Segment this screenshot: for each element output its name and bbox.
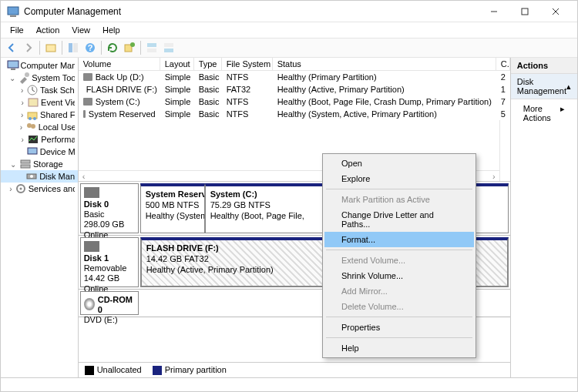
tree-services[interactable]: ›Services and Applications	[1, 183, 78, 195]
volume-icon	[83, 98, 92, 106]
tree-disk-management[interactable]: Disk Management	[1, 170, 78, 183]
tree-shared-folders[interactable]: ›Shared Folders	[1, 109, 78, 121]
close-button[interactable]	[540, 1, 571, 22]
ctx-mirror: Add Mirror...	[324, 283, 474, 299]
svg-point-24	[33, 117, 36, 120]
ctx-delete: Delete Volume...	[324, 299, 474, 314]
tree-storage[interactable]: ⌄Storage	[1, 158, 78, 170]
computer-icon	[7, 59, 19, 72]
menu-bar: File Action View Help	[1, 22, 577, 38]
help-button[interactable]: ?	[82, 40, 98, 55]
ctx-format[interactable]: Format...	[324, 232, 474, 247]
menu-file[interactable]: File	[4, 24, 30, 36]
cd-icon	[84, 298, 95, 310]
svg-text:?: ?	[88, 43, 93, 52]
col-capacity[interactable]: C...	[496, 58, 510, 70]
volume-list-header[interactable]: Volume Layout Type File System Status C.…	[79, 58, 510, 71]
ctx-properties[interactable]: Properties	[324, 320, 474, 335]
col-fs[interactable]: File System	[222, 58, 273, 70]
tree-local-users[interactable]: ›Local Users and Groups	[1, 121, 78, 133]
services-icon	[15, 183, 27, 195]
volume-row[interactable]: Back Up (D:)SimpleBasicNTFSHealthy (Prim…	[79, 71, 510, 83]
svg-point-26	[31, 124, 35, 129]
svg-rect-0	[8, 7, 18, 15]
ctx-explore[interactable]: Explore	[324, 171, 474, 186]
svg-rect-7	[69, 43, 72, 52]
svg-rect-3	[522, 8, 528, 15]
title-bar: Computer Management	[1, 1, 577, 22]
ctx-shrink[interactable]: Shrink Volume...	[324, 268, 474, 283]
view-top-button[interactable]	[144, 40, 160, 55]
col-volume[interactable]: Volume	[79, 58, 160, 70]
col-status[interactable]: Status	[273, 58, 496, 70]
actions-section[interactable]: Disk Management▴	[511, 74, 577, 99]
volume-row[interactable]: FLASH DRIVE (F:)SimpleBasicFAT32Healthy …	[79, 83, 510, 95]
app-icon	[7, 5, 19, 18]
actions-pane: Actions Disk Management▴ More Actions▸	[511, 58, 577, 377]
ctx-change-letter[interactable]: Change Drive Letter and Paths...	[324, 207, 474, 232]
minimize-button[interactable]	[479, 1, 509, 22]
device-icon	[26, 146, 39, 158]
context-menu: Open Explore Mark Partition as Active Ch…	[322, 153, 476, 358]
view-bottom-button[interactable]	[161, 40, 176, 55]
back-button[interactable]	[4, 40, 19, 55]
col-type[interactable]: Type	[194, 58, 222, 70]
svg-rect-21	[29, 99, 38, 106]
disk-icon	[25, 170, 38, 183]
svg-point-32	[30, 175, 33, 178]
disk-icon	[84, 241, 99, 252]
tree-event-viewer[interactable]: ›Event Viewer	[1, 96, 78, 109]
svg-rect-8	[73, 43, 78, 52]
tree-task-scheduler[interactable]: ›Task Scheduler	[1, 84, 78, 96]
legend-swatch-unallocated	[85, 366, 94, 375]
up-button[interactable]	[43, 40, 59, 55]
tree-performance[interactable]: ›Performance	[1, 133, 78, 146]
menu-view[interactable]: View	[66, 24, 96, 36]
show-hide-button[interactable]	[66, 40, 81, 55]
svg-rect-17	[8, 61, 18, 68]
disk-header[interactable]: CD-ROM 0 DVD (E:)	[80, 291, 139, 315]
menu-action[interactable]: Action	[30, 24, 66, 36]
disk-header[interactable]: Disk 0 Basic 298.09 GB Online	[80, 183, 139, 233]
tree-device-manager[interactable]: Device Manager	[1, 146, 78, 158]
svg-rect-18	[11, 69, 15, 70]
svg-rect-6	[46, 45, 55, 52]
rescan-button[interactable]	[122, 40, 137, 55]
volume-row[interactable]: System ReservedSimpleBasicNTFSHealthy (S…	[79, 108, 510, 120]
volume-icon	[83, 110, 86, 118]
ctx-extend: Extend Volume...	[324, 253, 474, 268]
svg-point-25	[27, 123, 32, 128]
maximize-button[interactable]	[509, 1, 540, 22]
actions-more[interactable]: More Actions▸	[511, 99, 577, 127]
tree-system-tools[interactable]: ⌄System Tools	[1, 72, 78, 84]
status-bar	[1, 377, 577, 391]
tools-icon	[18, 72, 30, 84]
refresh-button[interactable]	[105, 40, 120, 55]
legend: Unallocated Primary partition	[79, 362, 510, 377]
ctx-open[interactable]: Open	[324, 156, 474, 171]
svg-rect-15	[164, 43, 173, 47]
svg-rect-29	[21, 160, 30, 163]
col-layout[interactable]: Layout	[160, 58, 194, 70]
chevron-right-icon: ▸	[560, 104, 565, 122]
forward-button[interactable]	[21, 40, 36, 55]
partition[interactable]: System Reserv 500 MB NTFS Healthy (Syste…	[140, 183, 205, 233]
disk-header[interactable]: Disk 1 Removable 14.42 GB Online	[80, 237, 139, 287]
svg-rect-28	[28, 148, 37, 154]
volume-row[interactable]: System (C:)SimpleBasicNTFSHealthy (Boot,…	[79, 95, 510, 108]
menu-help[interactable]: Help	[96, 24, 126, 36]
toolbar: ?	[1, 38, 577, 58]
svg-rect-16	[164, 49, 173, 52]
performance-icon	[27, 133, 39, 146]
users-icon	[25, 121, 37, 133]
v-scrollbar[interactable]	[499, 120, 510, 181]
ctx-help[interactable]: Help	[324, 340, 474, 356]
tree-root[interactable]: Computer Management (Local)	[1, 59, 78, 72]
legend-swatch-primary	[153, 366, 162, 375]
volume-list[interactable]: Back Up (D:)SimpleBasicNTFSHealthy (Prim…	[79, 71, 510, 120]
svg-point-34	[19, 188, 22, 190]
window-title: Computer Management	[24, 6, 479, 17]
svg-rect-1	[10, 15, 16, 17]
navigation-tree[interactable]: Computer Management (Local) ⌄System Tool…	[1, 58, 79, 377]
collapse-icon: ▴	[566, 82, 571, 92]
